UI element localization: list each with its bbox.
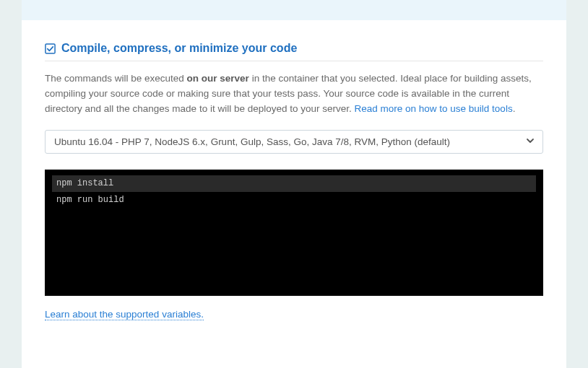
section-description: The commands will be executed on our ser… xyxy=(45,71,543,117)
vars-link-row: Learn about the supported variables. xyxy=(45,307,543,320)
section-header: Compile, compress, or minimize your code xyxy=(45,42,543,61)
supported-variables-link[interactable]: Learn about the supported variables. xyxy=(45,309,204,320)
desc-text-end: . xyxy=(513,103,516,114)
desc-text-bold: on our server xyxy=(187,73,249,84)
read-more-link[interactable]: Read more on how to use build tools xyxy=(355,103,513,114)
code-line[interactable]: npm install xyxy=(52,175,536,192)
top-banner xyxy=(22,0,566,20)
container-select[interactable]: Ubuntu 16.04 - PHP 7, NodeJS 6.x, Grunt,… xyxy=(45,130,543,154)
svg-rect-0 xyxy=(46,43,55,53)
container-select-wrapper: Ubuntu 16.04 - PHP 7, NodeJS 6.x, Grunt,… xyxy=(45,130,543,154)
build-commands-editor[interactable]: npm install npm run build xyxy=(45,170,543,296)
checkbox-checked-icon xyxy=(45,43,56,54)
build-settings-card: Compile, compress, or minimize your code… xyxy=(22,20,566,368)
code-line[interactable]: npm run build xyxy=(52,192,536,209)
desc-text-pre: The commands will be executed xyxy=(45,73,187,84)
section-title: Compile, compress, or minimize your code xyxy=(61,42,297,55)
